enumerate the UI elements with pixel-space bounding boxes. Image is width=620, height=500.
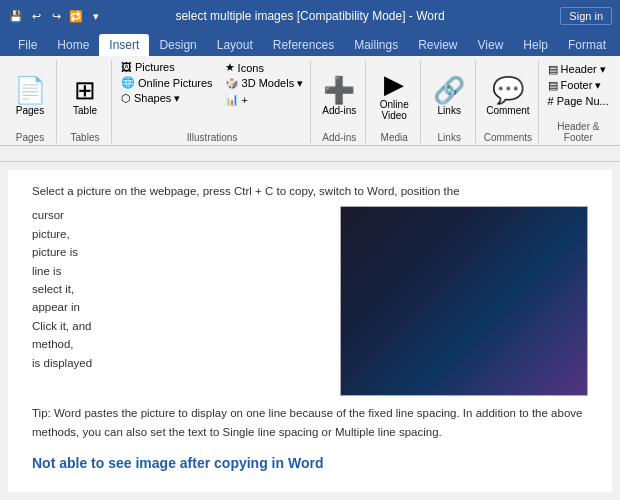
tab-home[interactable]: Home [47,34,99,56]
doc-text-content: cursor picture, picture is line is selec… [32,206,324,372]
pictures-icon: 🖼 [121,61,132,73]
customize-icon[interactable]: ▾ [88,8,104,24]
ribbon-tabs: File Home Insert Design Layout Reference… [0,32,620,56]
tab-format[interactable]: Format [558,34,616,56]
pictures-label: Pictures [135,61,175,73]
pages-button[interactable]: 📄 Pages [8,75,52,118]
comment-label: Comment [486,105,529,116]
header-button[interactable]: ▤ Header ▾ [545,62,612,77]
title-bar-right: Sign in [560,7,612,25]
comment-icon: 💬 [492,77,524,103]
ribbon-group-addins: ➕ Add-ins Add-ins [313,60,366,143]
3d-models-label: 3D Models ▾ [242,77,304,90]
online-pictures-button[interactable]: 🌐 Online Pictures [118,75,216,90]
links-group-label: Links [427,132,471,143]
comments-group-label: Comments [482,132,533,143]
smartart-button[interactable]: 📊 + [222,92,307,107]
3d-models-button[interactable]: 🎲 3D Models ▾ [222,76,307,91]
tab-design[interactable]: Design [149,34,206,56]
online-pictures-label: Online Pictures [138,77,213,89]
title-bar: 💾 ↩ ↪ 🔁 ▾ select multiple images [Compat… [0,0,620,32]
illustrations-group-label: Illustrations [118,132,306,143]
document-page: Select a picture on the webpage, press C… [8,170,612,492]
undo-icon[interactable]: ↩ [28,8,44,24]
footer-button[interactable]: ▤ Footer ▾ [545,78,612,93]
icons-icon: ★ [225,61,235,74]
shapes-label: Shapes ▾ [134,92,180,105]
ribbon-group-pages: 📄 Pages Pages [4,60,57,143]
pictures-button[interactable]: 🖼 Pictures [118,60,216,74]
links-icon: 🔗 [433,77,465,103]
footer-icon: ▤ [548,79,558,92]
addins-button[interactable]: ➕ Add-ins [317,75,361,118]
addins-label: Add-ins [322,105,356,116]
header-icon: ▤ [548,63,558,76]
tables-group-label: Tables [63,132,107,143]
online-video-button[interactable]: ▶ OnlineVideo [372,69,416,123]
page-number-icon: # [548,95,554,107]
comment-button[interactable]: 💬 Comment [482,75,533,118]
online-video-label: OnlineVideo [380,99,409,121]
header-label: Header ▾ [561,63,606,76]
document-content: Select a picture on the webpage, press C… [0,162,620,500]
tab-review[interactable]: Review [408,34,467,56]
tab-help[interactable]: Help [513,34,558,56]
pages-icon: 📄 [14,77,46,103]
quick-access-toolbar: 💾 ↩ ↪ 🔁 ▾ [8,8,104,24]
illustrations-col-right: ★ Icons 🎲 3D Models ▾ 📊 + [222,60,307,132]
footer-label: Footer ▾ [561,79,602,92]
section-heading: Not able to see image after copying in W… [32,453,588,474]
ribbon-group-media: ▶ OnlineVideo Media [368,60,421,143]
ribbon-group-headerfooter: ▤ Header ▾ ▤ Footer ▾ # Page Nu... Heade… [541,60,616,143]
ribbon-group-comments: 💬 Comment Comments [478,60,538,143]
links-button[interactable]: 🔗 Links [427,75,471,118]
redo-icon[interactable]: ↪ [48,8,64,24]
shapes-button[interactable]: ⬡ Shapes ▾ [118,91,216,106]
links-label: Links [438,105,461,116]
tab-layout[interactable]: Layout [207,34,263,56]
tab-references[interactable]: References [263,34,344,56]
page-number-label: Page Nu... [557,95,609,107]
addins-icon: ➕ [323,77,355,103]
illustrations-col-left: 🖼 Pictures 🌐 Online Pictures ⬡ Shapes ▾ [118,60,216,132]
save-icon[interactable]: 💾 [8,8,24,24]
table-button[interactable]: ⊞ Table [63,75,107,118]
pages-group-label: Pages [8,132,52,143]
doc-text-left: cursor picture, picture is line is selec… [32,206,324,396]
ribbon-group-links: 🔗 Links Links [423,60,476,143]
tab-insert[interactable]: Insert [99,34,149,56]
sign-in-button[interactable]: Sign in [560,7,612,25]
shapes-icon: ⬡ [121,92,131,105]
ribbon-group-illustrations: 🖼 Pictures 🌐 Online Pictures ⬡ Shapes ▾ [114,60,311,143]
doc-body: cursor picture, picture is line is selec… [32,206,588,396]
table-label: Table [73,105,97,116]
online-pictures-icon: 🌐 [121,76,135,89]
tip-text: Tip: Word pastes the picture to display … [32,404,588,441]
tab-file[interactable]: File [8,34,47,56]
window-title: select multiple images [Compatibility Mo… [175,9,444,23]
top-instruction-text: Select a picture on the webpage, press C… [32,182,588,200]
icons-label: Icons [238,62,264,74]
addins-group-label: Add-ins [317,132,361,143]
headerfooter-group-label: Header & Footer [545,121,612,143]
icons-button[interactable]: ★ Icons [222,60,307,75]
repeat-icon[interactable]: 🔁 [68,8,84,24]
embedded-image [340,206,588,396]
online-video-icon: ▶ [384,71,404,97]
3d-models-icon: 🎲 [225,77,239,90]
page-number-button[interactable]: # Page Nu... [545,94,612,108]
ribbon: 📄 Pages Pages ⊞ Table Tables [0,56,620,146]
tab-mailings[interactable]: Mailings [344,34,408,56]
smartart-label: + [242,94,248,106]
smartart-icon: 📊 [225,93,239,106]
pages-label: Pages [16,105,44,116]
ruler [0,146,620,162]
table-icon: ⊞ [74,77,96,103]
ribbon-group-tables: ⊞ Table Tables [59,60,112,143]
tab-view[interactable]: View [468,34,514,56]
media-group-label: Media [372,132,416,143]
